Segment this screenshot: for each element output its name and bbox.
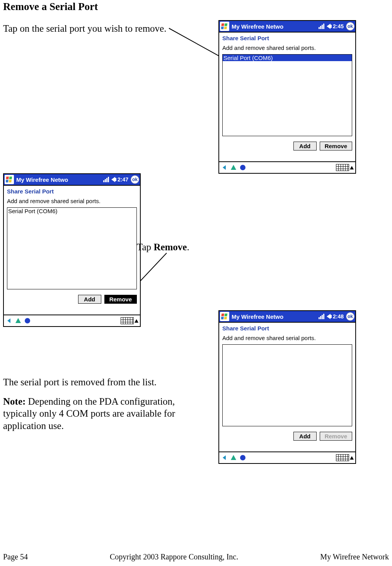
callout-period: . xyxy=(187,242,189,252)
panel-subtitle: Share Serial Port xyxy=(222,325,352,332)
serial-port-list[interactable] xyxy=(222,344,352,426)
window-title: My Wirefree Netwo xyxy=(232,23,319,30)
footer-page: Page 54 xyxy=(3,552,28,561)
panel-description: Add and remove shared serial ports. xyxy=(222,335,352,341)
clock-time: 2:47 xyxy=(118,176,128,183)
footer-copyright: Copyright 2003 Rappore Consulting, Inc. xyxy=(28,552,320,561)
note-label: Note: xyxy=(3,396,26,407)
panel-subtitle: Share Serial Port xyxy=(7,188,137,195)
speaker-icon xyxy=(111,177,115,182)
taskbar xyxy=(4,315,140,326)
pda-screenshot-2: My Wirefree Netwo 2:47 ok Share Serial P… xyxy=(3,173,141,327)
svg-rect-8 xyxy=(6,177,9,180)
recycle-icon[interactable] xyxy=(230,164,237,171)
windows-logo-icon xyxy=(220,22,229,31)
page-footer: Page 54 Copyright 2003 Rappore Consultin… xyxy=(3,552,389,561)
svg-rect-5 xyxy=(224,27,227,29)
list-item[interactable]: Serial Port (COM6) xyxy=(223,55,352,61)
speaker-icon xyxy=(327,24,331,29)
callout-tap-remove: Tap Remove. xyxy=(137,242,189,253)
globe-icon[interactable] xyxy=(239,454,246,461)
window-title: My Wirefree Netwo xyxy=(16,176,103,183)
keyboard-toggle[interactable] xyxy=(336,454,354,461)
svg-rect-14 xyxy=(221,314,224,316)
pda-screenshot-3: My Wirefree Netwo 2:48 ok Share Serial P… xyxy=(218,310,356,464)
ok-button[interactable]: ok xyxy=(131,175,139,184)
window-titlebar: My Wirefree Netwo 2:48 ok xyxy=(219,311,355,323)
pda-screenshot-1: My Wirefree Netwo 2:45 ok Share Serial P… xyxy=(218,20,356,174)
intro-text: Tap on the serial port you wish to remov… xyxy=(3,23,166,34)
svg-rect-2 xyxy=(221,24,224,26)
window-titlebar: My Wirefree Netwo 2:47 ok xyxy=(4,174,140,186)
keyboard-toggle[interactable] xyxy=(336,164,354,171)
serial-port-list[interactable]: Serial Port (COM6) xyxy=(7,207,137,289)
clock-time: 2:45 xyxy=(333,23,344,29)
window-titlebar: My Wirefree Netwo 2:45 ok xyxy=(219,21,355,32)
signal-icon xyxy=(103,177,109,182)
svg-rect-4 xyxy=(221,27,224,29)
svg-rect-3 xyxy=(225,24,228,26)
recycle-icon[interactable] xyxy=(15,317,22,324)
signal-icon xyxy=(319,314,324,319)
svg-point-19 xyxy=(240,455,245,460)
svg-marker-12 xyxy=(15,318,21,323)
serial-port-list[interactable]: Serial Port (COM6) xyxy=(222,54,352,136)
window-title: My Wirefree Netwo xyxy=(232,313,319,320)
globe-icon[interactable] xyxy=(239,164,246,171)
svg-rect-9 xyxy=(9,177,12,180)
footer-title: My Wirefree Network xyxy=(320,552,389,561)
svg-point-7 xyxy=(240,165,245,170)
result-text: The serial port is removed from the list… xyxy=(3,377,181,388)
panel-description: Add and remove shared serial ports. xyxy=(7,198,137,204)
add-button[interactable]: Add xyxy=(293,432,317,441)
svg-marker-6 xyxy=(231,165,236,170)
svg-rect-16 xyxy=(221,317,224,320)
remove-button[interactable]: Remove xyxy=(104,295,137,304)
remove-button: Remove xyxy=(320,432,352,441)
svg-marker-18 xyxy=(231,455,236,460)
remove-button[interactable]: Remove xyxy=(320,142,352,150)
callout-remove-word: Remove xyxy=(153,242,187,252)
svg-rect-10 xyxy=(6,180,9,183)
svg-rect-11 xyxy=(9,180,12,183)
note-paragraph: Note: Depending on the PDA configuration… xyxy=(3,395,193,432)
back-arrow-icon[interactable] xyxy=(221,164,228,171)
panel-description: Add and remove shared serial ports. xyxy=(222,44,352,51)
globe-icon[interactable] xyxy=(24,317,31,324)
signal-icon xyxy=(319,24,324,29)
ok-button[interactable]: ok xyxy=(346,22,355,31)
taskbar xyxy=(219,161,355,173)
svg-rect-15 xyxy=(225,314,228,316)
note-text: Depending on the PDA configuration, typi… xyxy=(3,396,175,431)
ok-button[interactable]: ok xyxy=(346,312,355,321)
callout-tap-prefix: Tap xyxy=(137,242,153,252)
list-item[interactable]: Serial Port (COM6) xyxy=(7,208,136,214)
page-heading: Remove a Serial Port xyxy=(3,1,98,13)
add-button[interactable]: Add xyxy=(293,142,317,150)
speaker-icon xyxy=(327,314,331,319)
panel-subtitle: Share Serial Port xyxy=(222,35,352,41)
add-button[interactable]: Add xyxy=(78,295,101,304)
windows-logo-icon xyxy=(220,312,229,321)
svg-point-13 xyxy=(25,318,30,323)
back-arrow-icon[interactable] xyxy=(5,317,12,324)
back-arrow-icon[interactable] xyxy=(221,454,228,461)
taskbar xyxy=(219,451,355,463)
svg-rect-17 xyxy=(224,317,227,320)
windows-logo-icon xyxy=(5,175,14,184)
keyboard-toggle[interactable] xyxy=(121,317,138,324)
recycle-icon[interactable] xyxy=(230,454,237,461)
clock-time: 2:48 xyxy=(333,313,344,320)
